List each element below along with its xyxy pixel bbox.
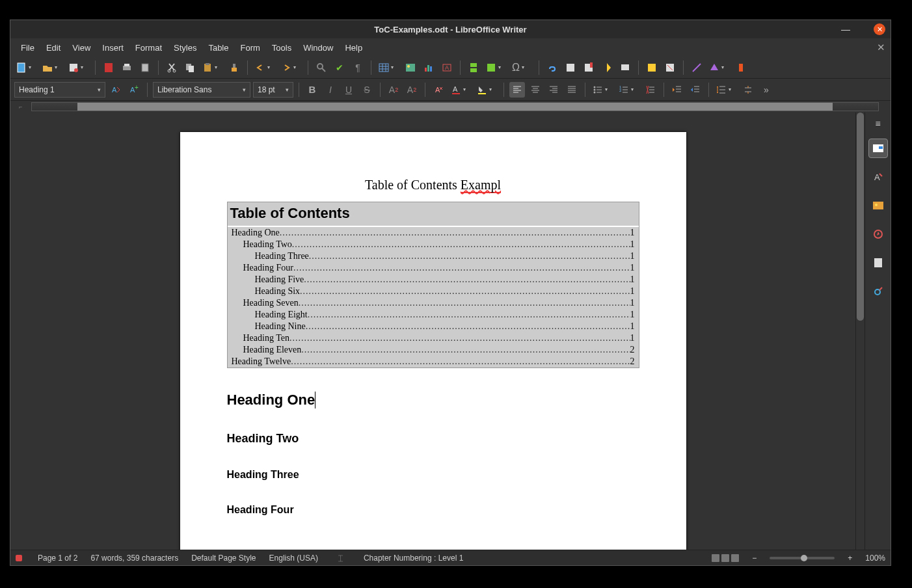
copy-button[interactable] (182, 60, 198, 75)
align-center-button[interactable] (528, 82, 543, 98)
subscript-button[interactable]: A2 (404, 82, 420, 98)
table-of-contents[interactable]: Table of Contents Heading One...........… (227, 202, 639, 368)
toc-entry[interactable]: Heading Twelve..........................… (228, 356, 639, 368)
insert-comment-button[interactable] (617, 60, 633, 75)
menu-form[interactable]: Form (235, 40, 265, 55)
toc-entry[interactable]: Heading Nine............................… (228, 321, 639, 332)
status-word-count[interactable]: 67 words, 359 characters (90, 554, 178, 563)
bold-button[interactable]: B (304, 82, 320, 98)
document-modified-icon[interactable] (16, 555, 22, 561)
line-button[interactable] (689, 60, 704, 75)
insert-bookmark-button[interactable] (581, 60, 597, 75)
minimize-button[interactable]: — (840, 23, 852, 35)
document-close-icon[interactable]: ✕ (877, 42, 885, 53)
align-left-button[interactable] (509, 82, 525, 98)
toc-entry[interactable]: Heading Ten.............................… (228, 332, 639, 344)
superscript-button[interactable]: A2 (386, 82, 401, 98)
sidebar-page-button[interactable] (868, 253, 888, 273)
menu-format[interactable]: Format (130, 40, 167, 55)
undo-button[interactable] (253, 60, 276, 75)
basic-shapes-button[interactable] (707, 60, 731, 75)
numbered-list-button[interactable]: 12 (617, 82, 640, 98)
update-style-button[interactable]: A (108, 82, 124, 98)
document-heading[interactable]: Heading One (227, 392, 316, 408)
insert-page-break-button[interactable] (466, 60, 481, 75)
sidebar-menu-icon[interactable]: ≡ (871, 118, 885, 129)
open-button[interactable] (40, 60, 64, 75)
font-size-combo[interactable]: 18 pt▾ (253, 82, 293, 98)
zoom-in-button[interactable]: + (848, 554, 852, 563)
menu-help[interactable]: Help (340, 40, 368, 55)
toc-entry[interactable]: Heading Eleven..........................… (228, 344, 639, 356)
highlight-color-button[interactable] (475, 82, 498, 98)
menu-insert[interactable]: Insert (97, 40, 129, 55)
print-button[interactable] (119, 60, 135, 75)
line-spacing-button[interactable] (714, 82, 738, 98)
zoom-out-button[interactable]: − (752, 554, 757, 563)
new-button[interactable] (14, 60, 38, 75)
insert-hyperlink-button[interactable] (544, 60, 560, 75)
increase-indent-button[interactable] (669, 82, 685, 98)
view-mode-icons[interactable] (712, 554, 739, 562)
document-viewport[interactable]: Table of Contents Exampl Table of Conten… (10, 113, 855, 550)
align-right-button[interactable] (546, 82, 561, 98)
menu-edit[interactable]: Edit (41, 40, 66, 55)
menu-window[interactable]: Window (298, 40, 338, 55)
insert-image-button[interactable] (403, 60, 418, 75)
decrease-indent-button[interactable] (688, 82, 703, 98)
scrollbar-thumb[interactable] (857, 113, 864, 321)
close-button[interactable]: ✕ (874, 23, 885, 35)
menu-styles[interactable]: Styles (168, 40, 202, 55)
show-draw-button[interactable] (733, 60, 749, 75)
toolbar-overflow-icon[interactable]: » (758, 82, 774, 98)
status-page-style[interactable]: Default Page Style (191, 554, 256, 563)
spellcheck-button[interactable]: ✔ (332, 60, 347, 75)
sidebar-inspector-button[interactable] (868, 282, 888, 301)
spell-error-word[interactable]: Exampl (461, 178, 501, 193)
insert-footnote-button[interactable] (563, 60, 578, 75)
print-preview-button[interactable] (137, 60, 153, 75)
toc-entry[interactable]: Heading Seven...........................… (228, 297, 639, 309)
status-insert-mode[interactable]: ⌶ (331, 554, 351, 563)
menu-table[interactable]: Table (203, 40, 234, 55)
export-pdf-button[interactable] (101, 60, 116, 75)
document-title[interactable]: Table of Contents Exampl (227, 178, 639, 193)
toc-entry[interactable]: Heading Three...........................… (228, 250, 639, 262)
special-char-button[interactable]: Ω (510, 60, 533, 75)
document-heading[interactable]: Heading Four (227, 504, 639, 516)
show-changes-button[interactable] (662, 60, 678, 75)
document-page[interactable]: Table of Contents Exampl Table of Conten… (180, 132, 686, 550)
font-name-combo[interactable]: Liberation Sans▾ (153, 82, 250, 98)
font-color-button[interactable]: A (449, 82, 472, 98)
paragraph-style-combo[interactable]: Heading 1▾ (14, 82, 105, 98)
status-page[interactable]: Page 1 of 2 (38, 554, 77, 563)
save-button[interactable] (66, 60, 90, 75)
para-spacing-button[interactable] (740, 82, 756, 98)
insert-chart-button[interactable] (421, 60, 436, 75)
bullet-list-button[interactable] (591, 82, 614, 98)
insert-crossref-button[interactable] (599, 60, 615, 75)
toc-entry[interactable]: Heading Six.............................… (228, 286, 639, 297)
toc-entry[interactable]: Heading Two.............................… (228, 239, 639, 250)
toc-entry[interactable]: Heading Four............................… (228, 262, 639, 274)
strikethrough-button[interactable]: S (359, 82, 375, 98)
formatting-marks-button[interactable]: ¶ (350, 60, 366, 75)
clone-formatting-button[interactable] (226, 60, 242, 75)
align-justify-button[interactable] (564, 82, 580, 98)
status-language[interactable]: English (USA) (269, 554, 318, 563)
status-zoom[interactable]: 100% (865, 554, 885, 563)
horizontal-ruler[interactable] (31, 102, 879, 111)
vertical-scrollbar[interactable] (855, 113, 865, 550)
track-changes-icon[interactable] (644, 60, 660, 75)
toc-entry[interactable]: Heading Eight...........................… (228, 309, 639, 321)
zoom-slider[interactable] (770, 557, 835, 559)
underline-button[interactable]: U (341, 82, 356, 98)
cut-button[interactable] (164, 60, 180, 75)
paste-button[interactable] (200, 60, 224, 75)
clear-formatting-button[interactable]: A (431, 82, 446, 98)
insert-table-button[interactable] (377, 60, 400, 75)
sidebar-navigator-button[interactable] (868, 224, 888, 244)
sidebar-gallery-button[interactable] (868, 196, 888, 215)
insert-field-button[interactable] (484, 60, 507, 75)
new-style-button[interactable]: A+ (126, 82, 142, 98)
